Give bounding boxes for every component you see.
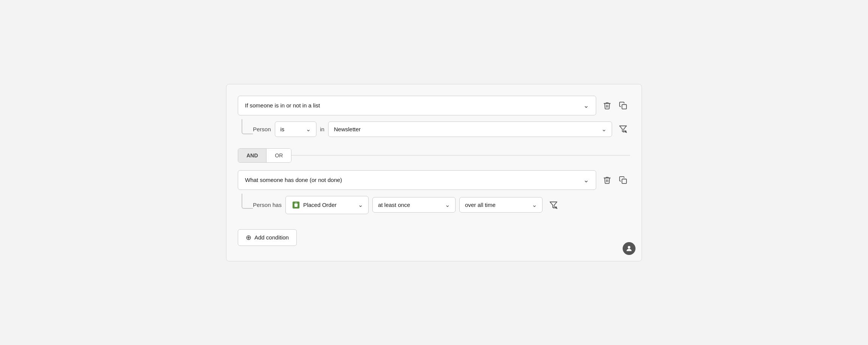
condition-1-in-text: in xyxy=(320,126,325,132)
condition-1-dropdown-label: If someone is in or not in a list xyxy=(245,102,320,109)
condition-1-connector xyxy=(242,119,253,134)
condition-1-copy-button[interactable] xyxy=(616,98,630,113)
condition-2-dropdown[interactable]: What someone has done (or not done) ⌄ xyxy=(238,170,596,190)
and-or-section: AND OR xyxy=(238,148,630,163)
svg-rect-4 xyxy=(622,179,626,183)
condition-2-time-value: over all time xyxy=(465,202,496,208)
condition-1-filter-button[interactable] xyxy=(616,122,630,136)
condition-1-list-chevron-icon: ⌄ xyxy=(601,126,606,133)
condition-2-frequency-chevron-icon: ⌄ xyxy=(441,201,450,208)
add-condition-label: Add condition xyxy=(254,234,289,241)
condition-2-delete-button[interactable] xyxy=(600,173,614,187)
condition-2-filter-button[interactable] xyxy=(546,198,561,212)
or-button[interactable]: OR xyxy=(267,149,291,162)
condition-1-list-value: Newsletter xyxy=(334,126,361,132)
condition-1-header: If someone is in or not in a list ⌄ xyxy=(238,96,630,115)
condition-2-dropdown-label: What someone has done (or not done) xyxy=(245,177,342,183)
add-condition-button[interactable]: ⊕ Add condition xyxy=(238,229,297,246)
user-avatar[interactable] xyxy=(623,242,636,255)
condition-2-sub-label: Person has xyxy=(253,202,282,208)
plus-circle-icon: ⊕ xyxy=(246,233,251,242)
condition-2-frequency-dropdown[interactable]: at least once ⌄ xyxy=(372,197,456,213)
svg-rect-0 xyxy=(622,104,626,109)
condition-2-sub-row: Person has Placed Order ⌄ at least once xyxy=(253,190,630,218)
trash-icon xyxy=(603,176,611,184)
condition-2-time-chevron-icon: ⌄ xyxy=(528,201,537,208)
condition-2-copy-button[interactable] xyxy=(616,173,630,187)
filter-icon xyxy=(619,125,627,133)
conditions-container: If someone is in or not in a list ⌄ xyxy=(226,84,642,261)
copy-icon xyxy=(619,176,627,184)
condition-2-sub-wrapper: Person has Placed Order ⌄ at least once xyxy=(238,190,630,218)
condition-1-sub-label: Person xyxy=(253,126,271,132)
condition-1-operator-value: is xyxy=(281,126,285,132)
copy-icon xyxy=(619,101,627,110)
condition-1-sub-wrapper: Person is ⌄ in Newsletter ⌄ xyxy=(238,115,630,141)
trash-icon xyxy=(603,101,611,110)
filter-icon xyxy=(549,201,558,209)
condition-2-actions xyxy=(600,173,630,187)
condition-1-sub-row: Person is ⌄ in Newsletter ⌄ xyxy=(253,115,630,141)
condition-block-1: If someone is in or not in a list ⌄ xyxy=(238,96,630,141)
condition-1-dropdown[interactable]: If someone is in or not in a list ⌄ xyxy=(238,96,596,115)
shopify-icon xyxy=(291,200,301,210)
condition-2-connector xyxy=(242,194,253,209)
and-or-toggle: AND OR xyxy=(238,148,291,163)
condition-1-operator-dropdown[interactable]: is ⌄ xyxy=(275,121,316,137)
condition-2-event-chevron-icon: ⌄ xyxy=(354,201,363,208)
condition-1-delete-button[interactable] xyxy=(600,98,614,113)
condition-1-list-dropdown[interactable]: Newsletter ⌄ xyxy=(328,121,612,137)
condition-block-2: What someone has done (or not done) ⌄ xyxy=(238,170,630,218)
condition-2-header: What someone has done (or not done) ⌄ xyxy=(238,170,630,190)
condition-2-chevron-icon: ⌄ xyxy=(583,176,589,184)
condition-2-frequency-value: at least once xyxy=(378,202,410,208)
condition-1-actions xyxy=(600,98,630,113)
and-button[interactable]: AND xyxy=(238,149,267,162)
condition-2-event-value: Placed Order xyxy=(303,202,336,208)
svg-point-9 xyxy=(628,246,631,249)
condition-1-chevron-icon: ⌄ xyxy=(583,101,589,110)
and-or-divider xyxy=(291,155,630,156)
user-icon xyxy=(625,245,633,252)
condition-2-time-dropdown[interactable]: over all time ⌄ xyxy=(459,197,542,213)
condition-2-event-dropdown[interactable]: Placed Order ⌄ xyxy=(285,196,369,214)
condition-1-operator-chevron-icon: ⌄ xyxy=(306,126,311,133)
